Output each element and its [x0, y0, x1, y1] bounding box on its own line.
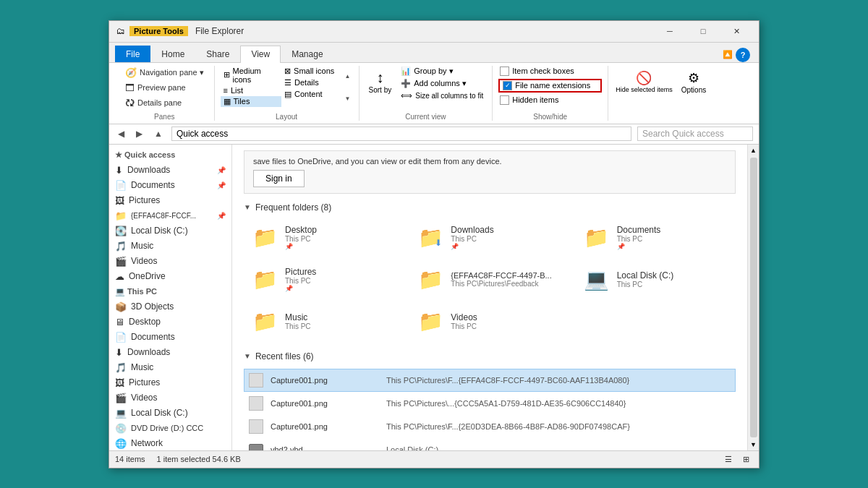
sidebar-item-documents[interactable]: 📄 Documents 📌: [109, 178, 231, 193]
pin-icon-documents: 📌: [617, 243, 661, 250]
tab-view[interactable]: View: [240, 46, 281, 63]
folder-pictures[interactable]: 📁 Pictures This PC 📌: [244, 262, 404, 298]
folder-downloads-icon: 📁 ⬇: [416, 225, 445, 251]
showhide-label: Show/hide: [498, 110, 602, 121]
folder-documents[interactable]: 📁 Documents This PC 📌: [576, 220, 736, 256]
chevron-down-icon-recent: ▼: [244, 352, 251, 360]
folder-music[interactable]: 📁 Music This PC: [244, 304, 404, 340]
hidden-items-checkbox[interactable]: [500, 95, 509, 105]
sidebar-item-pictures[interactable]: 🖼 Pictures: [109, 193, 231, 208]
hide-selected-items-button[interactable]: 🚫 Hide selected items: [614, 69, 674, 95]
sidebar-item-local-disk-c2[interactable]: 💻 Local Disk (C:): [109, 406, 231, 421]
sidebar-item-music2[interactable]: 🎵 Music: [109, 360, 231, 375]
folders-grid: 📁 Desktop This PC 📌 📁 ⬇ Do: [244, 220, 736, 340]
videos2-icon: 🎬: [115, 393, 127, 403]
sort-by-button[interactable]: ↕ Sort by: [365, 66, 396, 110]
downloads-icon: ⬇: [115, 165, 123, 176]
layout-details[interactable]: ☰Details: [281, 77, 343, 88]
large-icons-view-button[interactable]: ⊞: [739, 452, 753, 466]
extra-items: 🚫 Hide selected items ⚙ Options: [614, 66, 707, 121]
details-pane-button[interactable]: 🗘 Details pane: [121, 96, 186, 110]
music-icon: 🎵: [115, 241, 127, 252]
sidebar-item-effa[interactable]: 📁 {EFFA4C8F-FCCF... 📌: [109, 208, 231, 223]
sidebar-item-downloads[interactable]: ⬇ Downloads 📌: [109, 163, 231, 178]
folder-videos[interactable]: 📁 Videos This PC: [409, 304, 569, 340]
minimize-button[interactable]: ─: [653, 20, 686, 42]
address-path[interactable]: Quick access: [171, 127, 631, 141]
signin-button[interactable]: Sign in: [253, 170, 305, 187]
current-view-right: 📊Group by ▾ ➕Add columns ▾ ⟺Size all col…: [398, 66, 486, 110]
sidebar-item-onedrive[interactable]: ☁ OneDrive: [109, 269, 231, 284]
panes-items: 🧭 Navigation pane ▾ 🗖 Preview pane 🗘 Det…: [121, 66, 208, 110]
file-name-extensions-option[interactable]: ✓ File name extensions: [498, 79, 602, 93]
ribbon-group-layout: ⊞Medium icons ≡List ▦Tiles ⊠Small icons …: [215, 66, 359, 121]
file-row-capture3[interactable]: Capture001.png This PC\Pictures\F...{2E0…: [244, 415, 736, 438]
file-name-extensions-checkbox[interactable]: ✓: [503, 81, 512, 90]
layout-tiles[interactable]: ▦Tiles: [221, 96, 282, 107]
sidebar-item-pictures2[interactable]: 🖼 Pictures: [109, 375, 231, 390]
sidebar-item-videos2[interactable]: 🎬 Videos: [109, 390, 231, 406]
layout-scroll[interactable]: ▲ ▼: [343, 66, 353, 110]
folder-music-thumb: 📁: [250, 309, 279, 335]
sidebar-item-dvd-drive[interactable]: 💿 DVD Drive (D:) CCC: [109, 421, 231, 436]
navigation-pane-button[interactable]: 🧭 Navigation pane ▾: [121, 66, 208, 80]
preview-pane-button[interactable]: 🗖 Preview pane: [121, 81, 190, 95]
address-bar: ◀ ▶ ▲ Quick access Search Quick access: [109, 124, 759, 145]
details-view-button[interactable]: ☰: [721, 452, 736, 466]
sidebar-item-network[interactable]: 🌐 Network: [109, 436, 231, 450]
sidebar-item-documents2[interactable]: 📄 Documents: [109, 330, 231, 345]
scrollbar[interactable]: ▲ ▼: [747, 145, 759, 450]
file-row-capture2[interactable]: Capture001.png This PC\Pictures\...{CCC5…: [244, 392, 736, 415]
sidebar-item-desktop[interactable]: 🖥 Desktop: [109, 314, 231, 330]
search-box[interactable]: Search Quick access: [637, 127, 753, 141]
sidebar-item-3d-objects[interactable]: 📦 3D Objects: [109, 299, 231, 314]
sidebar-item-downloads2[interactable]: ⬇ Downloads: [109, 345, 231, 360]
recent-files-header[interactable]: ▼ Recent files (6): [244, 351, 736, 361]
layout-medium-icons[interactable]: ⊞Medium icons: [221, 66, 282, 85]
item-check-boxes-checkbox[interactable]: [500, 67, 509, 76]
options-button[interactable]: ⚙ Options: [680, 69, 707, 95]
file-row-capture1[interactable]: Capture001.png This PC\Pictures\F...{EFF…: [244, 369, 736, 392]
maximize-button[interactable]: □: [686, 20, 720, 42]
close-button[interactable]: ✕: [720, 20, 753, 42]
folder-downloads[interactable]: 📁 ⬇ Downloads This PC 📌: [409, 220, 569, 256]
file-row-vhd2[interactable]: vhd2.vhd Local Disk (C:): [244, 438, 736, 450]
capture3-icon: [247, 418, 265, 435]
layout-content[interactable]: ▤Content: [281, 89, 343, 100]
local-disk-c2-icon: 💻: [115, 408, 127, 419]
hidden-items-option[interactable]: Hidden items: [498, 95, 602, 106]
tab-home[interactable]: Home: [150, 46, 195, 62]
scroll-up-button[interactable]: ▲: [750, 145, 757, 156]
help-button[interactable]: ?: [736, 48, 750, 62]
vhd2-icon: [247, 441, 265, 450]
folder-desktop[interactable]: 📁 Desktop This PC 📌: [244, 220, 404, 256]
window-title: File Explorer: [195, 26, 244, 36]
scroll-down-button[interactable]: ▼: [750, 439, 757, 450]
picture-tools-label: Picture Tools: [129, 26, 188, 36]
item-check-boxes-option[interactable]: Item check boxes: [498, 66, 602, 77]
ribbon-collapse-icon[interactable]: 🔼: [723, 50, 733, 59]
tab-manage[interactable]: Manage: [281, 46, 333, 62]
tab-share[interactable]: Share: [195, 46, 240, 62]
up-button[interactable]: ▲: [151, 127, 166, 140]
forward-button[interactable]: ▶: [133, 127, 145, 140]
pin-icon-docs: 📌: [217, 181, 226, 189]
folder-local-disk-c[interactable]: 💻 Local Disk (C:) This PC: [576, 262, 736, 298]
layout-list[interactable]: ≡List: [221, 85, 282, 95]
add-columns-button[interactable]: ➕Add columns ▾: [398, 78, 486, 89]
folder-pictures-icon: 📁: [250, 267, 279, 293]
sidebar-item-videos[interactable]: 🎬 Videos: [109, 254, 231, 269]
sidebar-item-music[interactable]: 🎵 Music: [109, 239, 231, 254]
layout-small-icons[interactable]: ⊠Small icons: [281, 66, 343, 77]
group-by-button[interactable]: 📊Group by ▾: [398, 66, 486, 77]
tab-file[interactable]: File: [115, 46, 150, 62]
size-all-columns-button[interactable]: ⟺Size all columns to fit: [398, 90, 486, 101]
folder-effa[interactable]: 📁 {EFFA4C8F-FCCF-4497-B... This PC\Pictu…: [409, 262, 569, 298]
scroll-thumb[interactable]: [750, 158, 757, 437]
pin-icon: 📌: [217, 166, 226, 174]
sidebar-item-local-disk-c[interactable]: 💽 Local Disk (C:): [109, 223, 231, 239]
frequent-folders-header[interactable]: ▼ Frequent folders (8): [244, 202, 736, 213]
ribbon-group-panes: 🧭 Navigation pane ▾ 🗖 Preview pane 🗘 Det…: [115, 66, 215, 121]
back-button[interactable]: ◀: [115, 127, 127, 140]
pin-icon-effa: 📌: [217, 212, 226, 220]
